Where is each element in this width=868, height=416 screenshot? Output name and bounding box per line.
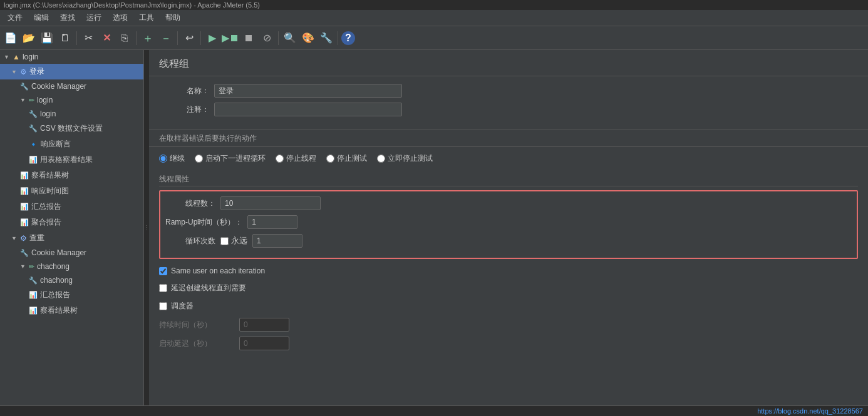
sidebar-item-resp-time[interactable]: 📊 响应时间图 [0, 183, 143, 199]
menu-run[interactable]: 运行 [81, 11, 106, 24]
same-user-checkbox[interactable] [159, 267, 167, 275]
delay-thread-checkbox-label[interactable]: 延迟创建线程直到需要 [159, 282, 246, 295]
radio-next-loop[interactable]: 启动下一进程循环 [195, 153, 266, 164]
functions-button[interactable]: 🔧 [318, 30, 334, 46]
radio-continue-label: 继续 [170, 153, 185, 164]
name-section: 名称： 注释： [149, 81, 868, 124]
triangle-icon: ▲ [13, 53, 20, 61]
radio-stop-test-now-input[interactable] [377, 155, 385, 163]
menu-tools[interactable]: 工具 [134, 11, 159, 24]
search-toolbar-button[interactable]: 🔍 [282, 30, 298, 46]
name-label: 名称： [159, 86, 209, 96]
loop-count-row: 循环次数 永远 [165, 234, 852, 248]
run-stop-button[interactable]: ▶⏹ [222, 30, 239, 46]
remove-button[interactable]: － [158, 30, 174, 46]
delete-button[interactable]: ✕ [98, 30, 115, 46]
menu-find[interactable]: 查找 [55, 11, 80, 24]
toolbar-sep-4 [200, 31, 201, 45]
title-text: login.jmx (C:\Users\xiazhang\Desktop\Pos… [4, 1, 260, 9]
radio-continue-input[interactable] [159, 155, 167, 163]
save-button[interactable]: 💾 [39, 30, 55, 46]
menu-file[interactable]: 文件 [3, 11, 28, 24]
scheduler-checkbox-label[interactable]: 调度器 [159, 300, 194, 313]
radio-stop-thread-input[interactable] [276, 155, 284, 163]
stop-button[interactable]: ⏹ [240, 30, 257, 46]
radio-stop-test[interactable]: 停止测试 [326, 153, 367, 164]
sidebar-label-resp-time: 响应时间图 [31, 186, 69, 196]
comment-label: 注释： [159, 104, 209, 115]
sidebar-item-login-ctrl[interactable]: ▼ ✏ login [0, 93, 143, 107]
sidebar-item-login-sampler[interactable]: 🔧 login [0, 107, 143, 121]
forever-checkbox-label[interactable]: 永远 [220, 235, 247, 246]
run-button[interactable]: ▶ [204, 30, 220, 46]
chart-icon-agg1: 📊 [20, 203, 29, 211]
radio-continue[interactable]: 继续 [159, 153, 185, 164]
start-delay-label: 启动延迟（秒） [159, 338, 234, 349]
toolbar-sep-2 [136, 31, 137, 45]
chart-icon-agg2: 📊 [29, 291, 38, 299]
sidebar-item-denglu[interactable]: ▼ ⚙ 登录 [0, 64, 143, 79]
help-toolbar-button[interactable]: ? [341, 31, 355, 45]
comment-input[interactable] [214, 103, 402, 116]
name-input[interactable] [214, 84, 402, 98]
save-as-button[interactable]: 🗒 [57, 30, 73, 46]
checkboxes-section: Same user on each iteration 延迟创建线程直到需要 调… [149, 263, 868, 358]
cut-button[interactable]: ✂ [80, 30, 96, 46]
sidebar-item-chachong-ctrl[interactable]: ▼ ✏ chachong [0, 260, 143, 273]
sidebar-item-agg-report-2[interactable]: 📊 汇总报告 [0, 287, 143, 303]
error-action-section: 继续 启动下一进程循环 停止线程 停止测试 [149, 151, 868, 171]
start-delay-input[interactable] [239, 337, 289, 350]
ramp-up-row: Ramp-Up时间（秒）： [165, 215, 852, 229]
error-action-header: 在取样器错误后要执行的动作 [149, 129, 868, 147]
sidebar-item-chachong-sampler[interactable]: 🔧 chachong [0, 273, 143, 287]
sidebar-item-assert[interactable]: 🔹 响应断言 [0, 136, 143, 152]
shutdown-button[interactable]: ⊘ [259, 30, 275, 46]
sidebar-label-agg-report-1: 汇总报告 [31, 201, 61, 212]
sidebar-label-login-sampler: login [40, 109, 56, 118]
sidebar-item-results-tree-1[interactable]: 📊 察看结果树 [0, 168, 143, 183]
new-button[interactable]: 📄 [3, 30, 19, 46]
loop-count-input[interactable] [252, 234, 302, 248]
sidebar-item-login-root[interactable]: ▼ ▲ login [0, 50, 143, 64]
chart-icon-tree1: 📊 [20, 171, 29, 180]
sidebar-item-agg-report-1[interactable]: 📊 汇总报告 [0, 199, 143, 215]
sidebar-label-cookie-mgr-2: Cookie Manager [31, 248, 86, 257]
duration-input[interactable] [239, 318, 289, 332]
undo-button[interactable]: ↩ [181, 30, 197, 46]
open-button[interactable]: 📂 [21, 30, 37, 46]
radio-next-loop-input[interactable] [195, 155, 203, 163]
templates-button[interactable]: 🎨 [300, 30, 316, 46]
sidebar-item-chachong-group[interactable]: ▼ ⚙ 查重 [0, 230, 143, 246]
radio-stop-test-now[interactable]: 立即停止测试 [377, 153, 433, 164]
thread-count-input[interactable] [220, 196, 321, 210]
chart-icon-tree2: 📊 [29, 307, 38, 315]
sidebar-item-cookie-mgr-2[interactable]: 🔧 Cookie Manager [0, 246, 143, 260]
same-user-checkbox-label[interactable]: Same user on each iteration [159, 265, 265, 276]
toolbar-sep-6 [338, 31, 338, 45]
copy-button[interactable]: ⎘ [116, 30, 133, 46]
sidebar-label-agg-report-2: 汇总报告 [40, 290, 70, 300]
menu-edit[interactable]: 编辑 [29, 11, 54, 24]
menu-options[interactable]: 选项 [108, 11, 133, 24]
ramp-up-input[interactable] [247, 215, 297, 229]
expand-arrow-chachong-ctrl: ▼ [20, 263, 26, 270]
sidebar: ▼ ▲ login ▼ ⚙ 登录 🔧 Cookie Manager ▼ ✏ lo… [0, 50, 144, 405]
menu-help[interactable]: 帮助 [160, 11, 185, 24]
add-button[interactable]: ＋ [140, 30, 156, 46]
sidebar-item-cookie-mgr-1[interactable]: 🔧 Cookie Manager [0, 79, 143, 93]
sidebar-resize-handle[interactable]: ⋮ [144, 50, 149, 405]
gear-icon-denglu: ⚙ [20, 68, 27, 76]
scheduler-checkbox[interactable] [159, 302, 167, 310]
main-layout: ▼ ▲ login ▼ ⚙ 登录 🔧 Cookie Manager ▼ ✏ lo… [0, 50, 868, 405]
sidebar-item-results-table[interactable]: 📊 用表格察看结果 [0, 152, 143, 168]
delay-thread-checkbox[interactable] [159, 284, 167, 292]
sidebar-item-results-tree-2[interactable]: 📊 察看结果树 [0, 303, 143, 318]
radio-stop-test-input[interactable] [326, 155, 334, 163]
radio-stop-thread-label: 停止线程 [286, 153, 316, 164]
comment-row: 注释： [159, 103, 858, 116]
radio-stop-thread[interactable]: 停止线程 [276, 153, 316, 164]
sidebar-item-summary[interactable]: 📊 聚合报告 [0, 215, 143, 230]
loop-count-label: 循环次数 [165, 236, 215, 246]
sidebar-item-csv[interactable]: 🔧 CSV 数据文件设置 [0, 121, 143, 136]
forever-checkbox-input[interactable] [220, 237, 229, 245]
